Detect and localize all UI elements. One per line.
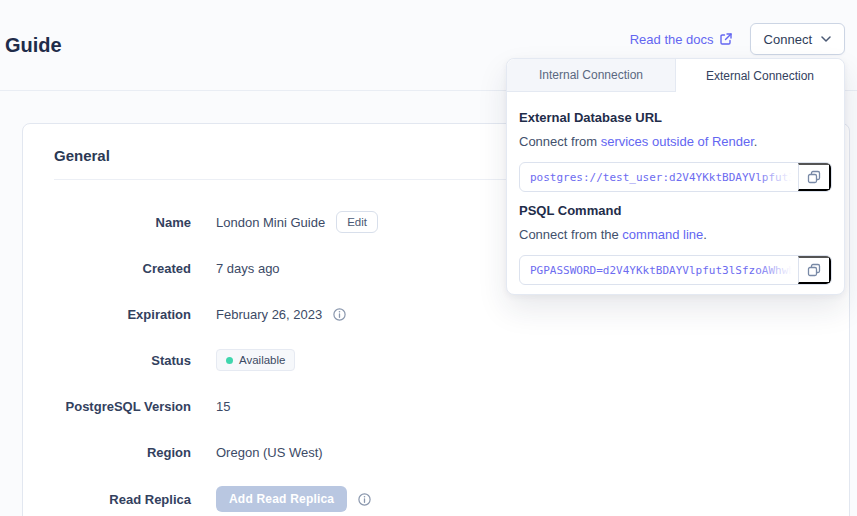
desc-text: . — [754, 134, 758, 149]
region-label: Region — [23, 445, 191, 460]
expiration-value: February 26, 2023 — [216, 307, 322, 322]
tab-external-connection[interactable]: External Connection — [675, 59, 844, 92]
connect-button-label: Connect — [764, 32, 812, 47]
connection-tabs: Internal Connection External Connection — [507, 59, 844, 92]
psql-command-value[interactable]: PGPASSWORD=d2V4YKktBDAYVlpfut3lSfzoAWhwb… — [520, 256, 798, 284]
copy-psql-button[interactable] — [798, 256, 831, 284]
read-the-docs-link[interactable]: Read the docs — [630, 32, 732, 47]
desc-text: . — [703, 227, 707, 242]
table-row-postgresql-version: PostgreSQL Version 15 — [23, 394, 849, 418]
psql-command-desc: Connect from the command line. — [519, 227, 832, 242]
page-title: Guide — [5, 34, 62, 57]
name-label: Name — [23, 215, 191, 230]
table-row-region: Region Oregon (US West) — [23, 440, 849, 464]
external-database-url-title: External Database URL — [519, 110, 832, 125]
status-available-dot-icon — [226, 357, 233, 364]
external-database-url-desc: Connect from services outside of Render. — [519, 134, 832, 149]
external-database-url-field: postgres://test_user:d2V4YKktBDAYVlpfut3… — [519, 162, 832, 192]
region-value: Oregon (US West) — [216, 445, 323, 460]
edit-name-button[interactable]: Edit — [336, 211, 378, 233]
psql-command-field: PGPASSWORD=d2V4YKktBDAYVlpfut3lSfzoAWhwb… — [519, 255, 832, 285]
external-link-icon — [720, 33, 732, 45]
copy-icon — [807, 170, 821, 184]
read-replica-label: Read Replica — [23, 492, 191, 507]
psql-command-block: PSQL Command Connect from the command li… — [519, 203, 832, 285]
table-row-expiration: Expiration February 26, 2023 — [23, 302, 849, 326]
chevron-down-icon — [821, 36, 831, 42]
table-row-status: Status Available — [23, 348, 849, 372]
postgresql-version-value: 15 — [216, 399, 230, 414]
copy-icon — [807, 263, 821, 277]
table-row-read-replica: Read Replica Add Read Replica — [23, 486, 849, 512]
created-value: 7 days ago — [216, 261, 280, 276]
services-outside-render-link[interactable]: services outside of Render — [601, 134, 754, 149]
status-badge-label: Available — [239, 354, 285, 366]
info-icon[interactable] — [333, 308, 346, 321]
read-the-docs-label: Read the docs — [630, 32, 714, 47]
psql-command-title: PSQL Command — [519, 203, 832, 218]
name-value: London Mini Guide — [216, 215, 325, 230]
tab-internal-connection[interactable]: Internal Connection — [507, 59, 675, 92]
command-line-link[interactable]: command line — [622, 227, 703, 242]
external-database-url-value[interactable]: postgres://test_user:d2V4YKktBDAYVlpfut3… — [520, 163, 798, 191]
postgresql-version-label: PostgreSQL Version — [23, 399, 191, 414]
connect-popover: Internal Connection External Connection … — [506, 58, 845, 295]
status-badge: Available — [216, 349, 295, 371]
created-label: Created — [23, 261, 191, 276]
info-icon[interactable] — [358, 493, 371, 506]
status-label: Status — [23, 353, 191, 368]
desc-text: Connect from — [519, 134, 601, 149]
header-actions: Read the docs Connect — [630, 23, 845, 55]
expiration-label: Expiration — [23, 307, 191, 322]
desc-text: Connect from the — [519, 227, 622, 242]
copy-url-button[interactable] — [798, 163, 831, 191]
add-read-replica-button[interactable]: Add Read Replica — [216, 486, 347, 512]
external-connection-panel: External Database URL Connect from servi… — [507, 92, 844, 285]
connect-button[interactable]: Connect — [750, 23, 845, 55]
